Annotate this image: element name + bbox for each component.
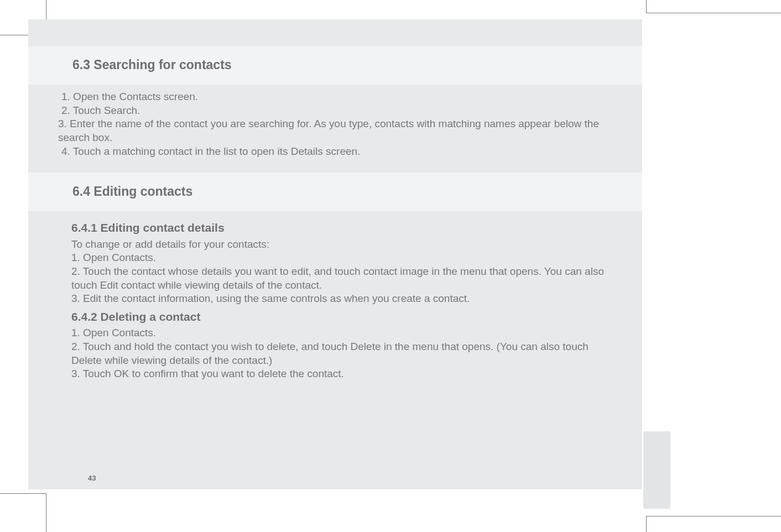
page-content: 6.3 Searching for contacts 1. Open the C… [28,19,642,387]
section-body-6-3: 1. Open the Contacts screen. 2. Touch Se… [28,85,642,169]
crop-mark [646,13,781,13]
step-text: 1. Open the Contacts screen. [58,90,609,104]
step-text: 4. Touch a matching contact in the list … [58,145,609,159]
intro-text: To change or add details for your contac… [71,238,612,252]
section-heading-6-4: 6.4 Editing contacts [28,173,642,211]
step-text: 1. Open Contacts. [71,326,612,340]
crop-mark [46,493,46,532]
document-page: 6.3 Searching for contacts 1. Open the C… [28,19,642,489]
crop-mark [646,0,647,13]
crop-mark [0,493,46,494]
crop-mark [646,516,781,517]
step-text: 3. Enter the name of the contact you are… [58,117,609,144]
step-text: 2. Touch the contact whose details you w… [71,265,612,292]
section-heading-6-3: 6.3 Searching for contacts [28,46,642,85]
subsection-heading-6-4-2: 6.4.2 Deleting a contact [71,309,612,324]
step-text: 2. Touch and hold the contact you wish t… [71,340,612,367]
subsection-heading-6-4-1: 6.4.1 Editing contact details [71,220,612,235]
section-body-6-4: 6.4.1 Editing contact details To change … [28,211,642,387]
step-text: 2. Touch Search. [58,104,609,118]
page-tab [643,431,670,509]
step-text: 3. Edit the contact information, using t… [71,292,612,306]
page-number: 43 [88,474,96,483]
step-text: 3. Touch OK to confirm that you want to … [71,367,612,381]
crop-mark [646,516,647,532]
step-text: 1. Open Contacts. [71,251,612,265]
